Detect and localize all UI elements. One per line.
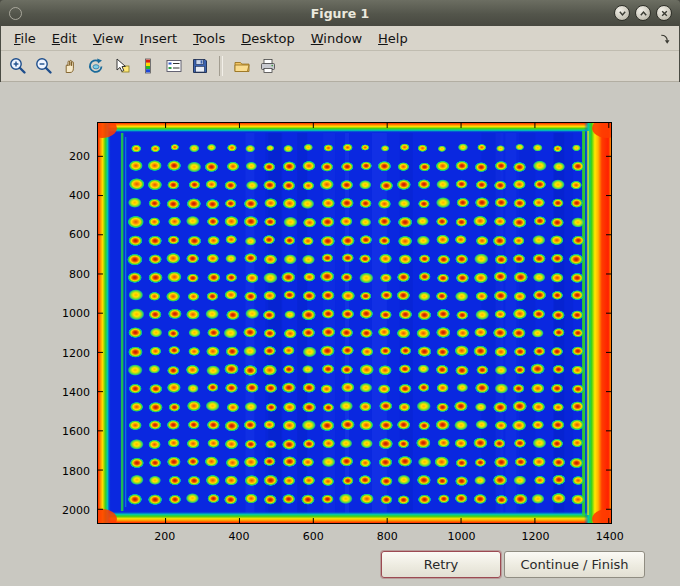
figure-window: Figure 1 File Edit View Insert Tools Des… xyxy=(0,0,680,586)
save-icon xyxy=(190,56,210,76)
toolbar-separator xyxy=(219,56,223,76)
pan-button[interactable] xyxy=(58,54,82,78)
print-icon xyxy=(258,56,278,76)
menu-item-view[interactable]: View xyxy=(85,29,132,48)
minimize-button[interactable] xyxy=(614,5,630,21)
retry-button[interactable]: Retry xyxy=(381,551,501,578)
open-folder-button[interactable] xyxy=(230,54,254,78)
zoom-out-button[interactable] xyxy=(32,54,56,78)
dock-figure-button[interactable] xyxy=(658,32,671,45)
chevron-up-icon xyxy=(639,9,648,18)
continue-finish-button[interactable]: Continue / Finish xyxy=(504,551,645,578)
zoom-in-icon xyxy=(8,56,28,76)
legend-icon xyxy=(164,56,184,76)
folder-icon xyxy=(232,56,252,76)
window-title: Figure 1 xyxy=(0,6,680,21)
pan-hand-icon xyxy=(60,56,80,76)
data-cursor-icon xyxy=(112,56,132,76)
insert-legend-button[interactable] xyxy=(162,54,186,78)
close-icon xyxy=(660,9,669,18)
print-button[interactable] xyxy=(256,54,280,78)
y-tick-label: 800 xyxy=(38,267,90,280)
data-cursor-button[interactable] xyxy=(110,54,134,78)
y-tick-label: 1600 xyxy=(38,425,90,438)
menu-item-window[interactable]: Window xyxy=(303,29,370,48)
toolbar xyxy=(0,51,680,82)
y-tick-label: 600 xyxy=(38,228,90,241)
menu-item-file[interactable]: File xyxy=(6,29,44,48)
y-tick-label: 1000 xyxy=(38,307,90,320)
rotate-3d-icon xyxy=(86,56,106,76)
save-button[interactable] xyxy=(188,54,212,78)
menu-bar: File Edit View Insert Tools Desktop Wind… xyxy=(0,26,680,51)
y-tick-label: 2000 xyxy=(38,504,90,517)
menu-item-tools[interactable]: Tools xyxy=(185,29,233,48)
figure-canvas: Retry Continue / Finish 2004006008001000… xyxy=(0,82,680,586)
plot-axes[interactable] xyxy=(97,122,612,524)
plot-image xyxy=(98,123,611,523)
window-menu-icon[interactable] xyxy=(9,7,22,20)
menu-item-insert[interactable]: Insert xyxy=(132,29,185,48)
zoom-out-icon xyxy=(34,56,54,76)
y-tick-label: 400 xyxy=(38,188,90,201)
menu-item-help[interactable]: Help xyxy=(370,29,416,48)
x-tick-label: 800 xyxy=(377,530,398,543)
x-tick-label: 400 xyxy=(229,530,250,543)
x-tick-label: 1200 xyxy=(522,530,550,543)
x-tick-label: 1400 xyxy=(596,530,624,543)
x-tick-label: 1000 xyxy=(447,530,475,543)
menu-item-edit[interactable]: Edit xyxy=(44,29,85,48)
dock-arrow-icon xyxy=(658,32,671,45)
title-bar: Figure 1 xyxy=(0,0,680,26)
close-button[interactable] xyxy=(656,5,672,21)
zoom-in-button[interactable] xyxy=(6,54,30,78)
y-tick-label: 1200 xyxy=(38,346,90,359)
colorbar-icon xyxy=(138,56,158,76)
y-tick-label: 1400 xyxy=(38,385,90,398)
menu-item-desktop[interactable]: Desktop xyxy=(233,29,303,48)
y-tick-label: 200 xyxy=(38,149,90,162)
window-controls xyxy=(614,5,680,21)
maximize-button[interactable] xyxy=(635,5,651,21)
insert-colorbar-button[interactable] xyxy=(136,54,160,78)
x-tick-label: 600 xyxy=(303,530,324,543)
chevron-down-icon xyxy=(618,9,627,18)
rotate-3d-button[interactable] xyxy=(84,54,108,78)
x-tick-label: 200 xyxy=(154,530,175,543)
y-tick-label: 1800 xyxy=(38,464,90,477)
